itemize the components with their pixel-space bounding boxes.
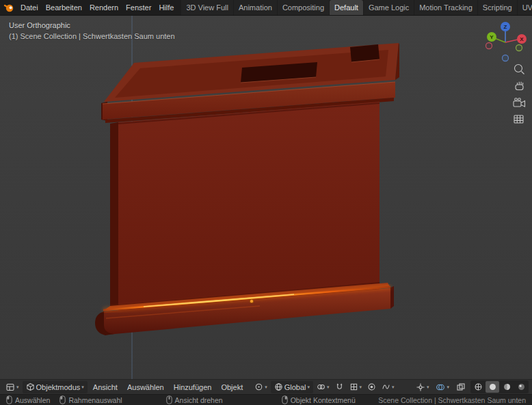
status-bar: Auswählen Rahmenauswahl Ansicht drehen O…	[0, 395, 532, 405]
xray-icon	[456, 382, 466, 392]
mouse-left-button-icon	[6, 395, 12, 404]
workspace-tab-scripting[interactable]: Scripting	[478, 0, 517, 16]
orientation-dropdown[interactable]: Global ▾	[271, 381, 313, 393]
mouse-left-drag-icon	[59, 395, 66, 404]
show-overlays-button[interactable]: ▾	[434, 381, 451, 393]
chevron-down-icon: ▾	[392, 385, 395, 389]
shading-rendered-button[interactable]	[514, 381, 528, 393]
orientation-label: Global	[284, 383, 306, 391]
chevron-down-icon: ▾	[427, 385, 429, 389]
object-schwertkasten[interactable]	[95, 43, 399, 335]
topbar: Datei Bearbeiten Rendern Fenster Hilfe 3…	[0, 0, 532, 16]
chevron-down-icon: ▾	[447, 385, 449, 389]
gizmo-axis-x-negative[interactable]	[486, 43, 492, 49]
scene-canvas: Z X Y	[0, 16, 532, 379]
viewport-overlay-text: User Orthographic (1) Scene Collection |…	[9, 20, 175, 42]
viewport-3d[interactable]: Z X Y	[0, 16, 532, 379]
navigation-gizmo[interactable]: Z X Y	[486, 22, 527, 61]
snap-grid-icon	[349, 382, 358, 391]
workspace-tab-3d-view-full[interactable]: 3D View Full	[181, 0, 233, 16]
zoom-button[interactable]	[515, 65, 524, 74]
menu-auswaehlen[interactable]: Auswählen	[123, 381, 168, 393]
pan-hand-button[interactable]	[516, 82, 523, 90]
viewport-header: ▾ Objektmodus ▾ Ansicht Auswählen Hinzuf…	[0, 379, 532, 395]
pivot-point-icon	[254, 382, 263, 391]
mouse-middle-button-icon	[166, 395, 172, 404]
workspace-tab-default[interactable]: Default	[330, 0, 363, 16]
falloff-curve-icon	[382, 382, 390, 391]
shading-wireframe-button[interactable]	[471, 381, 485, 393]
workspace-tab-compositing[interactable]: Compositing	[278, 0, 329, 16]
snap-toggle-button[interactable]	[333, 381, 346, 393]
mode-label: Objektmodus	[36, 383, 81, 391]
gizmo-axis-y-negative[interactable]	[516, 45, 522, 51]
gizmo-axis-z-negative[interactable]	[503, 55, 509, 61]
pivot-point-button[interactable]: ▾	[252, 381, 269, 393]
active-object-label: (1) Scene Collection | Schwertkasten Sau…	[9, 31, 175, 42]
menu-ansicht[interactable]: Ansicht	[89, 381, 122, 393]
object-origin-dot	[250, 299, 253, 303]
rendered-sphere-icon	[517, 382, 526, 391]
lid-slot-right	[350, 44, 380, 62]
chevron-down-icon: ▾	[308, 385, 310, 389]
hint-rotate-view: Ansicht drehen	[166, 395, 223, 404]
camera-view-button[interactable]	[514, 98, 525, 107]
gizmo-axis-x[interactable]: X	[517, 34, 527, 44]
svg-text:X: X	[520, 36, 524, 42]
menu-rendern[interactable]: Rendern	[86, 1, 122, 14]
toggle-grid-button[interactable]	[514, 115, 523, 123]
gizmo-axis-y[interactable]: Y	[487, 32, 496, 42]
chevron-down-icon: ▾	[81, 385, 84, 389]
status-context-label: Scene Collection | Schwertkasten Saum un…	[378, 396, 526, 404]
shading-material-button[interactable]	[500, 381, 514, 393]
menu-datei[interactable]: Datei	[17, 1, 42, 14]
gizmos-icon	[416, 382, 425, 392]
viewport-header-right: ▾ ▾	[414, 380, 529, 393]
wireframe-sphere-icon	[474, 382, 483, 391]
falloff-button[interactable]: ▾	[380, 381, 397, 393]
snap-settings-button[interactable]: ▾	[347, 381, 364, 393]
magnet-icon	[335, 382, 344, 391]
editor-type-button[interactable]: ▾	[3, 381, 21, 393]
base-right-face	[390, 286, 394, 309]
link-icon	[317, 382, 325, 391]
shading-solid-button[interactable]	[486, 381, 499, 393]
workspace-tab-motion-tracking[interactable]: Motion Tracking	[414, 0, 477, 16]
solid-sphere-icon	[488, 382, 497, 391]
svg-text:Z: Z	[504, 24, 507, 30]
hint-box-select: Rahmenauswahl	[59, 395, 122, 404]
shading-mode-group	[470, 380, 529, 393]
workspace-tab-uv-edit[interactable]: UV Edit	[518, 0, 532, 16]
object-mode-icon	[26, 382, 35, 391]
proportional-editing-button[interactable]	[365, 381, 378, 393]
chevron-down-icon: ▾	[327, 385, 330, 389]
material-sphere-icon	[503, 382, 511, 391]
view-mode-label: User Orthographic	[9, 20, 175, 31]
editor-type-icon	[5, 382, 15, 392]
chevron-down-icon: ▾	[265, 385, 267, 389]
mouse-right-button-icon	[282, 395, 288, 404]
globe-icon	[274, 382, 283, 391]
body-left-face	[110, 122, 118, 309]
workspace-tab-animation[interactable]: Animation	[234, 0, 277, 16]
mode-dropdown[interactable]: Objektmodus ▾	[23, 381, 88, 393]
chevron-down-icon: ▾	[16, 385, 19, 389]
menu-fenster[interactable]: Fenster	[122, 1, 155, 14]
menu-objekt[interactable]: Objekt	[217, 381, 247, 393]
chevron-down-icon: ▾	[360, 385, 362, 389]
workspace-tab-game-logic[interactable]: Game Logic	[364, 0, 414, 16]
gizmo-visibility-button[interactable]: ▾	[414, 381, 431, 393]
blender-window: Datei Bearbeiten Rendern Fenster Hilfe 3…	[0, 0, 532, 405]
svg-text:Y: Y	[490, 34, 494, 40]
workspace-tabs: 3D View Full Animation Compositing Defau…	[181, 0, 532, 16]
hint-select: Auswählen	[6, 395, 50, 404]
menu-bearbeiten[interactable]: Bearbeiten	[42, 1, 85, 14]
toggle-xray-button[interactable]	[454, 381, 468, 393]
snap-target-button[interactable]: ▾	[315, 381, 332, 393]
menu-hinzufuegen[interactable]: Hinzufügen	[170, 381, 216, 393]
proportional-editing-icon	[367, 382, 376, 391]
blender-logo-icon[interactable]	[3, 2, 14, 13]
menu-hilfe[interactable]: Hilfe	[155, 1, 177, 14]
gizmo-axis-z[interactable]: Z	[501, 22, 510, 31]
overlays-icon	[436, 382, 445, 392]
